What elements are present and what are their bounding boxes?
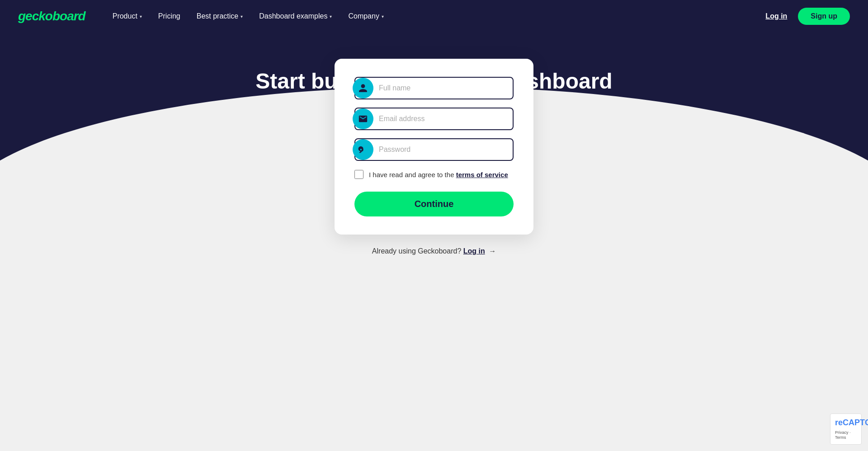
- nav-links: Product ▾ Pricing Best practice ▾ Dashbo…: [113, 12, 766, 20]
- nav-best-practice[interactable]: Best practice ▾: [197, 12, 243, 20]
- terms-of-service-link[interactable]: terms of service: [456, 171, 508, 179]
- terms-checkbox-row: I have read and agree to the terms of se…: [354, 170, 514, 179]
- nav-product-label: Product: [113, 12, 137, 20]
- nav-login-link[interactable]: Log in: [765, 12, 787, 20]
- navigation: geckoboard Product ▾ Pricing Best practi…: [0, 0, 868, 33]
- nav-pricing-label: Pricing: [158, 12, 180, 20]
- signup-form-card: I have read and agree to the terms of se…: [335, 59, 533, 235]
- password-input[interactable]: [354, 138, 514, 161]
- password-field-row: [354, 138, 514, 161]
- terms-label[interactable]: I have read and agree to the terms of se…: [369, 171, 508, 179]
- arrow-right-icon: →: [489, 247, 496, 255]
- continue-button[interactable]: Continue: [354, 192, 514, 216]
- email-field-row: [354, 108, 514, 130]
- already-using-text: Already using Geckoboard? Log in →: [372, 247, 496, 255]
- fullname-field-row: [354, 77, 514, 99]
- fullname-input[interactable]: [354, 77, 514, 99]
- chevron-down-icon: ▾: [382, 14, 384, 19]
- nav-pricing[interactable]: Pricing: [158, 12, 180, 20]
- logo[interactable]: geckoboard: [18, 9, 85, 23]
- chevron-down-icon: ▾: [330, 14, 332, 19]
- nav-best-practice-label: Best practice: [197, 12, 238, 20]
- terms-checkbox[interactable]: [354, 170, 363, 179]
- recaptcha-badge: reCAPTCHA Privacy · Terms: [830, 413, 862, 445]
- chevron-down-icon: ▾: [140, 14, 142, 19]
- login-link[interactable]: Log in: [463, 247, 485, 255]
- chevron-down-icon: ▾: [241, 14, 243, 19]
- email-input[interactable]: [354, 108, 514, 130]
- nav-company-label: Company: [348, 12, 379, 20]
- key-icon: [353, 139, 373, 160]
- nav-product[interactable]: Product ▾: [113, 12, 142, 20]
- email-icon: [353, 108, 373, 129]
- nav-dashboard-examples-label: Dashboard examples: [259, 12, 327, 20]
- nav-company[interactable]: Company ▾: [348, 12, 383, 20]
- person-icon: [353, 78, 373, 99]
- nav-actions: Log in Sign up: [765, 8, 850, 25]
- nav-dashboard-examples[interactable]: Dashboard examples ▾: [259, 12, 332, 20]
- form-section: I have read and agree to the terms of se…: [0, 59, 868, 282]
- signup-button[interactable]: Sign up: [798, 8, 850, 25]
